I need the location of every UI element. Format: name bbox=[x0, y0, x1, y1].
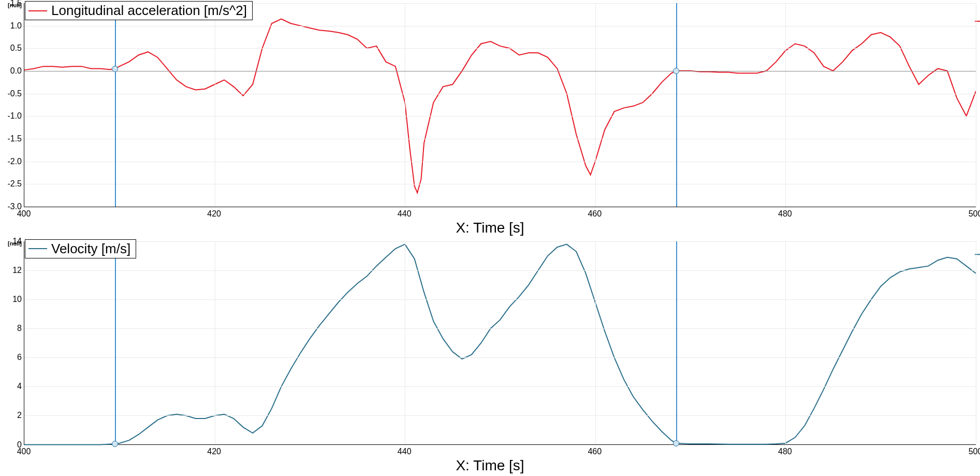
y-tick-label: 2 bbox=[0, 411, 22, 420]
y-tick-label: -1.0 bbox=[0, 111, 22, 121]
gridline-horizontal bbox=[24, 139, 976, 139]
gridline-horizontal bbox=[24, 415, 976, 416]
cursor-marker[interactable] bbox=[673, 440, 679, 446]
x-tick-label: 400 bbox=[17, 447, 31, 456]
gridline-vertical bbox=[405, 3, 405, 207]
cursor-line[interactable] bbox=[676, 241, 677, 445]
y-tick-label: 4 bbox=[0, 382, 22, 391]
legend-label: Longitudinal acceleration [m/s^2] bbox=[51, 3, 247, 19]
y-tick-label: 0.0 bbox=[0, 66, 22, 76]
gridline-vertical bbox=[976, 241, 976, 445]
x-tick-label: 480 bbox=[778, 209, 792, 219]
x-tick-label: 400 bbox=[17, 209, 31, 219]
gridline-vertical bbox=[595, 241, 596, 445]
chart-stack: Longitudinal acceleration [m/s^2] X: Tim… bbox=[0, 0, 980, 476]
gridline-vertical bbox=[785, 241, 786, 445]
gridline-horizontal bbox=[24, 26, 976, 26]
x-tick-label: 500 bbox=[969, 447, 980, 456]
x-tick-label: 460 bbox=[588, 209, 602, 219]
x-tick-label: 480 bbox=[778, 447, 792, 456]
plot-area[interactable] bbox=[24, 3, 976, 207]
cursor-line[interactable] bbox=[115, 3, 116, 207]
x-tick-label: 500 bbox=[969, 209, 980, 219]
x-tick-label: 440 bbox=[398, 209, 412, 219]
x-tick-label: 420 bbox=[207, 447, 221, 456]
gridline-horizontal bbox=[24, 386, 976, 387]
cursor-line[interactable] bbox=[676, 3, 677, 207]
legend-swatch bbox=[28, 10, 47, 11]
gridline-horizontal bbox=[24, 241, 976, 242]
y-axis-unit: [null] bbox=[0, 240, 22, 247]
y-tick-label: 12 bbox=[0, 266, 22, 275]
gridline-horizontal bbox=[24, 48, 976, 49]
gridline-vertical bbox=[215, 241, 215, 445]
legend-box: Velocity [m/s] bbox=[25, 239, 136, 258]
data-line bbox=[24, 244, 976, 444]
cursor-marker[interactable] bbox=[112, 441, 118, 447]
gridline-horizontal bbox=[24, 94, 976, 94]
gridline-horizontal bbox=[24, 299, 976, 300]
x-tick-label: 460 bbox=[588, 447, 602, 456]
zero-line bbox=[24, 71, 976, 71]
y-tick-label: 8 bbox=[0, 324, 22, 333]
gridline-vertical bbox=[976, 3, 976, 207]
y-tick-label: -2.0 bbox=[0, 157, 22, 166]
x-axis-title: X: Time [s] bbox=[456, 220, 524, 236]
y-tick-label: -1.5 bbox=[0, 134, 22, 143]
x-tick-label: 420 bbox=[207, 209, 221, 219]
legend-label: Velocity [m/s] bbox=[51, 241, 130, 257]
y-axis-unit: [null] bbox=[0, 2, 22, 8]
gridline-vertical bbox=[405, 241, 405, 445]
gridline-vertical bbox=[595, 3, 596, 207]
chart-panel-velocity[interactable]: Velocity [m/s] X: Time [s] 02468101214[n… bbox=[0, 238, 980, 477]
chart-panel-acceleration[interactable]: Longitudinal acceleration [m/s^2] X: Tim… bbox=[0, 0, 980, 238]
y-tick-label: 6 bbox=[0, 353, 22, 362]
gridline-horizontal bbox=[24, 357, 976, 358]
legend-box: Longitudinal acceleration [m/s^2] bbox=[25, 1, 253, 20]
gridline-vertical bbox=[215, 3, 215, 207]
gridline-horizontal bbox=[24, 116, 976, 117]
y-tick-label: 1.0 bbox=[0, 21, 22, 31]
y-tick-label: -0.5 bbox=[0, 89, 22, 98]
y-tick-label: -2.5 bbox=[0, 179, 22, 189]
legend-swatch bbox=[28, 248, 47, 249]
plot-area[interactable] bbox=[24, 241, 976, 445]
gridline-horizontal bbox=[24, 184, 976, 184]
x-axis-title: X: Time [s] bbox=[456, 457, 524, 474]
data-line bbox=[24, 19, 976, 193]
gridline-horizontal bbox=[24, 162, 976, 162]
gridline-horizontal bbox=[24, 328, 976, 329]
y-tick-label: 10 bbox=[0, 295, 22, 304]
gridline-horizontal bbox=[24, 270, 976, 271]
cursor-line[interactable] bbox=[115, 241, 116, 445]
x-tick-label: 440 bbox=[398, 447, 412, 456]
y-tick-label: 0.5 bbox=[0, 44, 22, 53]
gridline-vertical bbox=[785, 3, 786, 207]
cursor-marker[interactable] bbox=[112, 66, 118, 72]
cursor-marker[interactable] bbox=[673, 68, 679, 74]
